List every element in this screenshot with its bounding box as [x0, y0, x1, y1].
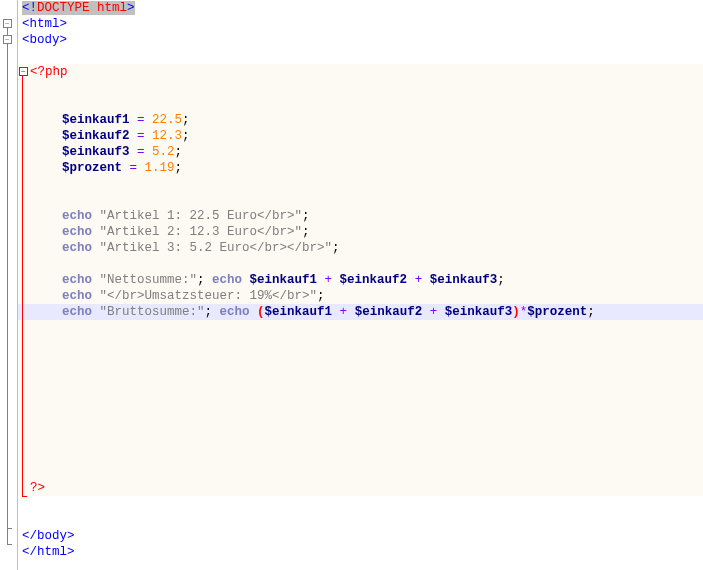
code-line — [18, 80, 703, 96]
code-line — [18, 448, 703, 464]
code-line — [18, 96, 703, 112]
code-line — [18, 400, 703, 416]
code-line — [18, 384, 703, 400]
code-line — [18, 320, 703, 336]
code-line: <?php — [18, 64, 703, 80]
code-line: <body> — [18, 32, 703, 48]
code-line: $einkauf1 = 22.5; — [18, 112, 703, 128]
code-line — [18, 496, 703, 512]
code-line: echo "Nettosumme:"; echo $einkauf1 + $ei… — [18, 272, 703, 288]
code-line — [18, 416, 703, 432]
code-line — [18, 192, 703, 208]
code-line — [18, 48, 703, 64]
code-line: <html> — [18, 16, 703, 32]
code-line — [18, 352, 703, 368]
code-line — [18, 368, 703, 384]
code-line: echo "Artikel 1: 22.5 Euro</br>"; — [18, 208, 703, 224]
fold-toggle-html[interactable]: − — [3, 19, 12, 28]
code-line — [18, 176, 703, 192]
fold-gutter: − − — [0, 0, 18, 570]
code-line — [18, 432, 703, 448]
code-line: $einkauf2 = 12.3; — [18, 128, 703, 144]
code-line — [18, 256, 703, 272]
code-line: </body> — [18, 528, 703, 544]
code-line — [18, 336, 703, 352]
code-line: echo "</br>Umsatzsteuer: 19%</br>"; — [18, 288, 703, 304]
fold-toggle-body[interactable]: − — [3, 35, 12, 44]
code-line — [18, 512, 703, 528]
code-line: echo "Artikel 2: 12.3 Euro</br>"; — [18, 224, 703, 240]
fold-toggle-php[interactable]: − — [19, 67, 28, 76]
code-area[interactable]: − <!DOCTYPE html> <html> <body> <?php $e… — [18, 0, 703, 570]
code-line: echo "Artikel 3: 5.2 Euro</br></br>"; — [18, 240, 703, 256]
code-line: <!DOCTYPE html> — [18, 0, 703, 16]
code-line: ?> — [18, 480, 703, 496]
code-line: </html> — [18, 544, 703, 560]
code-line-current: echo "Bruttosumme:"; echo ($einkauf1 + $… — [18, 304, 703, 320]
code-line: $prozent = 1.19; — [18, 160, 703, 176]
code-editor[interactable]: − − − <!DOCTYPE html> <html> <body> <?ph… — [0, 0, 703, 570]
code-line — [18, 464, 703, 480]
code-line: $einkauf3 = 5.2; — [18, 144, 703, 160]
